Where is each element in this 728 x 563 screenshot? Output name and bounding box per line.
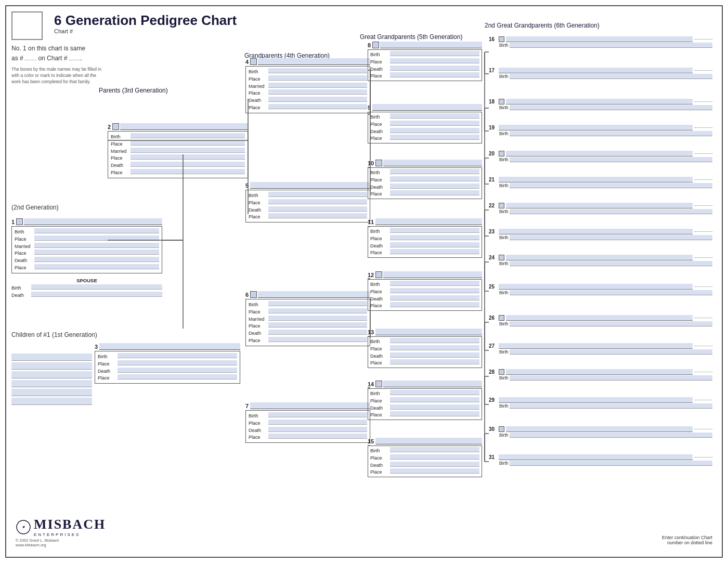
p23-name[interactable] — [499, 229, 693, 234]
p28-name[interactable] — [506, 369, 693, 375]
person-10-name[interactable] — [383, 160, 482, 166]
p22-name[interactable] — [506, 203, 693, 208]
p13-death-place[interactable] — [390, 359, 479, 364]
p31-name[interactable] — [499, 454, 693, 460]
p25-birth[interactable] — [510, 290, 712, 295]
p26-cont[interactable] — [694, 318, 712, 318]
p29-birth[interactable] — [510, 403, 712, 409]
p26-name[interactable] — [506, 315, 693, 321]
p9-death[interactable] — [390, 128, 479, 133]
p15-death-place[interactable] — [390, 468, 479, 474]
p13-place[interactable] — [390, 345, 479, 350]
person-5-name[interactable] — [250, 182, 370, 189]
p31-birth[interactable] — [510, 461, 712, 466]
p2-death[interactable] — [131, 162, 245, 167]
p19-name[interactable] — [499, 125, 693, 130]
p4-birth[interactable] — [268, 68, 367, 73]
p4-married-place[interactable] — [268, 89, 367, 95]
p25-name[interactable] — [499, 284, 693, 290]
p18-cont[interactable] — [694, 101, 712, 102]
p3-death-place[interactable] — [118, 374, 237, 379]
p16-cont[interactable] — [694, 39, 712, 40]
p14-death[interactable] — [390, 404, 479, 410]
p27-birth[interactable] — [510, 349, 712, 355]
p7-death[interactable] — [268, 427, 367, 432]
spouse-death[interactable] — [31, 292, 162, 297]
p6-birth[interactable] — [268, 301, 367, 306]
p19-birth[interactable] — [510, 131, 712, 136]
p19-cont[interactable] — [694, 127, 712, 128]
p14-place[interactable] — [390, 397, 479, 402]
p31-cont[interactable] — [694, 457, 712, 457]
p16-birth[interactable] — [510, 43, 712, 48]
person-14-name[interactable] — [383, 381, 482, 387]
p15-birth[interactable] — [390, 447, 479, 452]
p24-name[interactable] — [506, 255, 693, 260]
p5-birth[interactable] — [268, 192, 367, 197]
person-13-name[interactable] — [375, 329, 482, 335]
p11-death-place[interactable] — [390, 249, 479, 254]
person-2-name[interactable] — [120, 123, 248, 130]
person-4-name[interactable] — [258, 58, 370, 65]
p1-birth-place[interactable] — [34, 235, 159, 241]
p12-birth[interactable] — [390, 281, 479, 286]
p9-place[interactable] — [390, 121, 479, 126]
person-1-name[interactable] — [24, 218, 162, 225]
p28-cont[interactable] — [694, 372, 712, 372]
p7-place[interactable] — [268, 420, 367, 425]
p6-death[interactable] — [268, 330, 367, 335]
p10-place[interactable] — [390, 176, 479, 181]
p2-death-place[interactable] — [131, 169, 245, 174]
child-line-6[interactable] — [11, 398, 92, 405]
p17-birth[interactable] — [510, 74, 712, 79]
p5-place[interactable] — [268, 199, 367, 204]
person-15-name[interactable] — [375, 438, 482, 444]
p22-cont[interactable] — [694, 205, 712, 206]
p11-place[interactable] — [390, 235, 479, 240]
p2-married[interactable] — [131, 148, 245, 153]
p24-birth[interactable] — [510, 261, 712, 266]
person-8-name[interactable] — [380, 42, 482, 48]
p15-death[interactable] — [390, 462, 479, 467]
person-12-name[interactable] — [383, 271, 482, 278]
p2-married-place[interactable] — [131, 154, 245, 160]
p23-cont[interactable] — [694, 231, 712, 232]
p21-name[interactable] — [499, 177, 693, 182]
p3-place[interactable] — [118, 360, 237, 365]
p1-birth[interactable] — [34, 228, 159, 233]
p27-name[interactable] — [499, 343, 693, 349]
p27-cont[interactable] — [694, 346, 712, 346]
p21-birth[interactable] — [510, 183, 712, 188]
p2-birth[interactable] — [131, 133, 245, 138]
p3-birth[interactable] — [118, 353, 237, 358]
p12-place[interactable] — [390, 288, 479, 293]
p24-cont[interactable] — [694, 257, 712, 258]
person-6-name[interactable] — [258, 291, 370, 298]
child-line-3[interactable] — [11, 371, 92, 378]
p11-birth[interactable] — [390, 228, 479, 233]
p6-death-place[interactable] — [268, 337, 367, 342]
p4-death-place[interactable] — [268, 104, 367, 109]
p14-birth[interactable] — [390, 390, 479, 395]
p17-cont[interactable] — [694, 70, 712, 71]
p10-death-place[interactable] — [390, 190, 479, 195]
p7-death-place[interactable] — [268, 434, 367, 439]
p4-married[interactable] — [268, 83, 367, 88]
p8-death-place[interactable] — [390, 72, 479, 77]
p12-death-place[interactable] — [390, 302, 479, 307]
p14-death-place[interactable] — [390, 411, 479, 416]
p4-place[interactable] — [268, 75, 367, 81]
p30-name[interactable] — [506, 426, 693, 432]
p30-cont[interactable] — [694, 429, 712, 429]
p18-birth[interactable] — [510, 105, 712, 110]
p1-married-place[interactable] — [34, 250, 159, 255]
p29-cont[interactable] — [694, 400, 712, 400]
p6-married-place[interactable] — [268, 322, 367, 328]
p13-birth[interactable] — [390, 338, 479, 343]
p8-place[interactable] — [390, 58, 479, 63]
p21-cont[interactable] — [694, 179, 712, 180]
p12-death[interactable] — [390, 295, 479, 300]
child-line-4[interactable] — [11, 380, 92, 387]
person-3-name[interactable] — [99, 343, 240, 350]
child-line-2[interactable] — [11, 362, 92, 370]
